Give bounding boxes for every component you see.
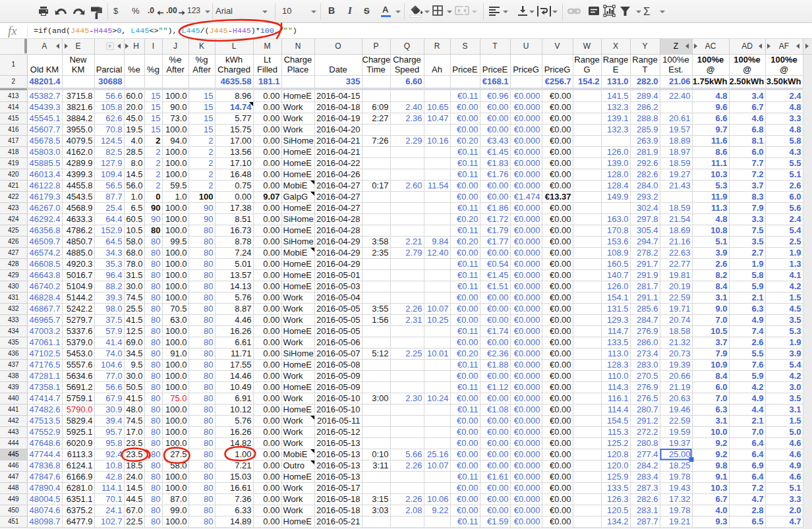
svg-text:Σ: Σ (643, 5, 651, 18)
